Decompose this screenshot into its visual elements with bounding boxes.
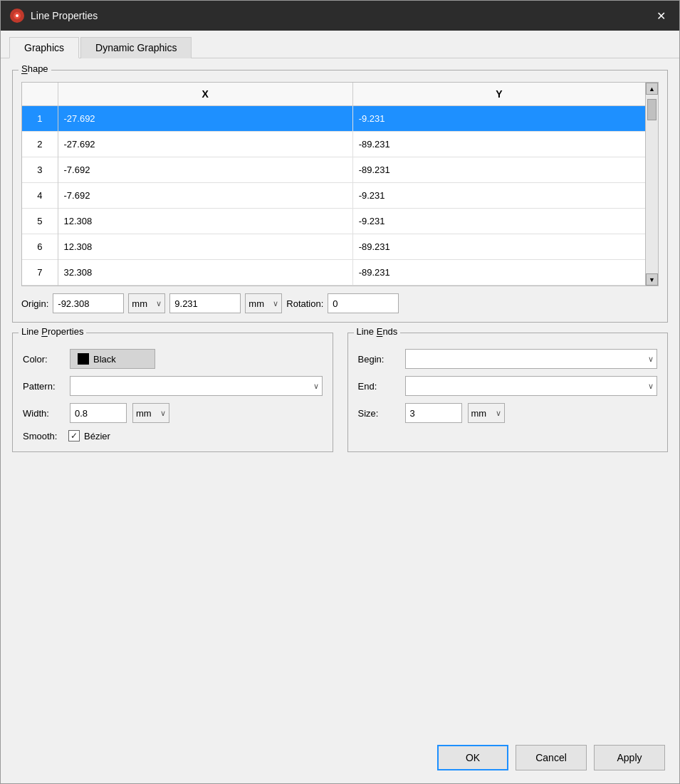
row-x: -7.692 [58, 183, 352, 209]
table-row[interactable]: 612.308-89.231 [22, 234, 645, 260]
pattern-value [76, 381, 79, 392]
begin-value [412, 354, 414, 365]
row-y: -89.231 [352, 157, 645, 183]
size-row: Size: mm ∨ [358, 403, 658, 423]
scroll-track [646, 95, 658, 273]
main-content: Shape X Y 1-27.692-9.2312-27 [1, 58, 679, 732]
line-ends-group: Line Ends Begin: ∨ End: ∨ [347, 333, 669, 452]
table-row[interactable]: 512.308-9.231 [22, 209, 645, 234]
end-label: End: [358, 381, 399, 392]
dialog-window: Line Properties ✕ Graphics Dynamic Graph… [0, 0, 680, 784]
origin-x-unit-arrow: ∨ [156, 299, 162, 308]
close-button[interactable]: ✕ [651, 6, 671, 26]
line-props-title: Line Properties [19, 326, 86, 337]
bezier-label: Bézier [84, 431, 110, 441]
origin-x-input[interactable] [53, 293, 124, 313]
row-num: 3 [22, 157, 58, 183]
table-row[interactable]: 3-7.692-89.231 [22, 157, 645, 183]
dialog-title: Line Properties [31, 10, 651, 21]
ok-button[interactable]: OK [437, 745, 508, 770]
col-x: X [58, 83, 352, 106]
end-value [412, 381, 414, 392]
table-row[interactable]: 732.308-89.231 [22, 260, 645, 286]
color-swatch [78, 353, 89, 365]
tab-dynamic-graphics[interactable]: Dynamic Graphics [80, 37, 192, 58]
end-arrow: ∨ [648, 382, 654, 391]
line-ends-title: Line Ends [354, 326, 401, 337]
size-unit-select[interactable]: mm ∨ [468, 403, 505, 423]
row-num: 5 [22, 209, 58, 234]
end-select[interactable]: ∨ [405, 376, 658, 396]
row-y: -9.231 [352, 183, 645, 209]
color-name: Black [93, 354, 116, 365]
color-row: Color: Black [23, 349, 323, 369]
row-num: 7 [22, 260, 58, 286]
color-label: Color: [23, 354, 64, 365]
begin-arrow: ∨ [648, 355, 654, 364]
app-icon [9, 8, 25, 23]
title-bar: Line Properties ✕ [1, 1, 679, 31]
row-x: 32.308 [58, 260, 352, 286]
row-num: 1 [22, 106, 58, 132]
row-num: 6 [22, 234, 58, 260]
size-label: Size: [358, 408, 399, 419]
shape-table-inner: X Y 1-27.692-9.2312-27.692-89.2313-7.692… [22, 83, 645, 286]
width-row: Width: mm ∨ [23, 403, 323, 423]
scrollbar[interactable]: ▲ ▼ [645, 83, 658, 286]
row-y: -9.231 [352, 106, 645, 132]
row-y: -9.231 [352, 209, 645, 234]
table-row[interactable]: 1-27.692-9.231 [22, 106, 645, 132]
col-num [22, 83, 58, 106]
shape-group: Shape X Y 1-27.692-9.2312-27 [12, 70, 668, 323]
shape-table-container: X Y 1-27.692-9.2312-27.692-89.2313-7.692… [21, 82, 659, 286]
row-y: -89.231 [352, 234, 645, 260]
bottom-section: Line Properties Color: Black Pattern: ∨ [12, 333, 668, 452]
row-y: -89.231 [352, 132, 645, 157]
tab-graphics[interactable]: Graphics [9, 37, 79, 58]
bezier-checkbox[interactable]: ✓ [68, 430, 80, 441]
svg-point-2 [16, 14, 19, 17]
origin-label: Origin: [21, 298, 48, 309]
apply-button[interactable]: Apply [594, 745, 665, 770]
origin-y-unit-select[interactable]: mm ∨ [245, 293, 282, 313]
size-unit-arrow: ∨ [496, 409, 501, 418]
origin-y-input[interactable] [169, 293, 241, 313]
table-row[interactable]: 2-27.692-89.231 [22, 132, 645, 157]
smooth-label: Smooth: [23, 431, 64, 441]
origin-y-unit-arrow: ∨ [273, 299, 278, 308]
scroll-up-button[interactable]: ▲ [646, 83, 658, 95]
row-x: -27.692 [58, 106, 352, 132]
begin-select[interactable]: ∨ [405, 349, 658, 369]
row-x: -7.692 [58, 157, 352, 183]
origin-row: Origin: mm ∨ mm ∨ Rotation: [21, 293, 659, 313]
origin-x-unit-select[interactable]: mm ∨ [128, 293, 165, 313]
table-row[interactable]: 4-7.692-9.231 [22, 183, 645, 209]
size-input[interactable] [405, 403, 462, 423]
shape-table: X Y 1-27.692-9.2312-27.692-89.2313-7.692… [22, 83, 645, 286]
pattern-arrow: ∨ [313, 382, 319, 391]
pattern-select[interactable]: ∨ [70, 376, 323, 396]
pattern-row: Pattern: ∨ [23, 376, 323, 396]
cancel-button[interactable]: Cancel [516, 745, 587, 770]
shape-group-title: Shape [19, 63, 51, 74]
row-num: 2 [22, 132, 58, 157]
row-num: 4 [22, 183, 58, 209]
end-row: End: ∨ [358, 376, 658, 396]
row-x: 12.308 [58, 209, 352, 234]
smooth-row: Smooth: ✓ Bézier [23, 430, 323, 441]
rotation-label: Rotation: [286, 298, 323, 309]
scroll-thumb[interactable] [647, 99, 657, 120]
width-label: Width: [23, 408, 64, 419]
color-button[interactable]: Black [70, 349, 155, 369]
width-unit-select[interactable]: mm ∨ [132, 403, 169, 423]
row-x: 12.308 [58, 234, 352, 260]
scroll-down-button[interactable]: ▼ [646, 273, 658, 286]
width-input[interactable] [70, 403, 127, 423]
table-header-row: X Y [22, 83, 645, 106]
width-unit-arrow: ∨ [160, 409, 166, 418]
rotation-input[interactable] [328, 293, 399, 313]
row-x: -27.692 [58, 132, 352, 157]
begin-label: Begin: [358, 354, 399, 365]
row-y: -89.231 [352, 260, 645, 286]
pattern-label: Pattern: [23, 381, 64, 392]
